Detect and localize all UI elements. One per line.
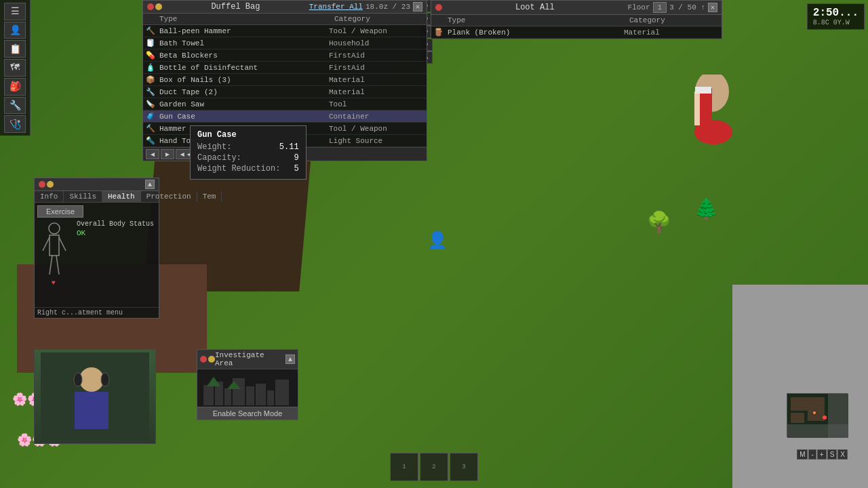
svg-rect-32 — [791, 413, 804, 423]
health-close-x[interactable]: ▲ — [145, 180, 155, 189]
duffel-item-row[interactable]: 🧻 Bath Towel Household — [143, 37, 427, 49]
duffel-item-row[interactable]: 🪚 Garden Saw Tool — [143, 98, 427, 110]
svg-rect-31 — [791, 397, 808, 411]
minimap-x-btn[interactable]: X — [837, 449, 848, 460]
health-panel-header: ▲ — [35, 178, 159, 191]
loot-item-list: 🪵 Plank (Broken) Material — [431, 26, 722, 39]
duffel-item-row[interactable]: 📦 Box of Nails (3) Material — [143, 74, 427, 86]
scroll-prev[interactable]: ◄ — [146, 149, 159, 159]
enable-search-button[interactable]: Enable Search Mode — [197, 407, 298, 420]
sidebar-icon-4[interactable]: 🗺 — [4, 59, 26, 77]
loot-item-icon: 🪵 — [434, 28, 448, 37]
loot-all-panel: Loot All Floor 1 3 / 50 ↑ ✕ Type Categor… — [431, 0, 722, 39]
health-tab-skills[interactable]: Skills — [64, 191, 102, 202]
svg-point-2 — [694, 120, 732, 144]
loot-close-x[interactable]: ✕ — [708, 3, 717, 12]
duffel-item-row[interactable]: 🔧 Duct Tape (2) Material — [143, 86, 427, 98]
sidebar-icon-6[interactable]: 🔧 — [4, 97, 26, 115]
duffel-item-row[interactable]: 🧴 Bottle of Disinfectant FirstAid — [143, 62, 427, 74]
item-type: Tool / Weapon — [329, 27, 424, 35]
body-svg: ♥ — [37, 220, 71, 302]
svg-point-34 — [823, 415, 827, 420]
item-name: Bottle of Disinfectant — [159, 64, 329, 72]
hotbar-slot-1[interactable]: 1 — [390, 453, 418, 481]
sidebar-icon-1[interactable]: ☰ — [4, 3, 26, 20]
item-name: Beta Blockers — [159, 52, 329, 60]
item-name: Garden Saw — [159, 100, 329, 108]
investigate-header: Investigate Area ▲ — [197, 350, 298, 369]
item-type: Tool — [329, 100, 424, 108]
item-icon: 🧻 — [146, 39, 159, 47]
svg-line-10 — [56, 256, 59, 274]
health-tabs: InfoSkillsHealthProtectionTem — [35, 191, 159, 203]
tooltip-weight-reduction-row: Weight Reduction: 5 — [197, 164, 299, 174]
duffel-item-row[interactable]: 🔨 Ball-peen Hammer Tool / Weapon — [143, 25, 427, 37]
close-button-investigate[interactable] — [200, 356, 207, 363]
tooltip-weight-reduction-value: 5 — [294, 164, 298, 174]
loot-controls: Floor 1 3 / 50 ↑ ✕ — [628, 2, 717, 13]
investigate-panel: Investigate Area ▲ Enable Search Mode — [197, 349, 298, 420]
minimap-plus-btn[interactable]: + — [817, 449, 827, 460]
overall-status-label: Overall Body Status — [77, 220, 154, 228]
svg-rect-18 — [203, 385, 214, 405]
stocking-decoration — [678, 75, 732, 142]
transfer-all-btn[interactable]: Transfer All — [309, 3, 363, 11]
item-type: Container — [329, 113, 424, 121]
close-button-health[interactable] — [39, 181, 45, 188]
sidebar-icon-7[interactable]: 🩺 — [4, 115, 26, 133]
close-button-duffel[interactable] — [147, 3, 154, 10]
duffel-close-x[interactable]: ✕ — [413, 2, 422, 12]
minimap-minus-btn[interactable]: - — [808, 449, 816, 460]
svg-rect-23 — [256, 384, 266, 405]
minimap-m-btn[interactable]: M — [797, 449, 808, 460]
sidebar-icon-5[interactable]: 🎒 — [4, 78, 26, 96]
health-body: Exercise ♥ Overal — [35, 203, 159, 307]
clock-panel: 2:50... 8.8C 0Y.W — [807, 3, 865, 30]
item-icon: 💊 — [146, 51, 159, 60]
item-icon: 🧴 — [146, 63, 159, 72]
loot-col-category: Category — [624, 16, 719, 24]
svg-rect-30 — [787, 424, 848, 438]
scroll-next[interactable]: ► — [161, 149, 174, 159]
item-icon: 🔦 — [146, 136, 159, 145]
right-click-hint: Right c...atment menu — [35, 307, 159, 318]
weight-display: 18.0z / 23 — [366, 3, 410, 11]
min-button-duffel[interactable] — [155, 3, 162, 10]
health-tab-protection[interactable]: Protection — [141, 191, 197, 202]
loot-item-name: Plank (Broken) — [448, 28, 624, 37]
health-tab-health[interactable]: Health — [102, 191, 141, 202]
body-status-area: ♥ Overall Body Status OK — [37, 220, 156, 304]
exercise-button[interactable]: Exercise — [37, 205, 83, 218]
minimap-controls: M - + S X — [797, 449, 848, 460]
min-button-investigate[interactable] — [208, 356, 215, 363]
item-icon: 🔨 — [146, 26, 159, 35]
floor-count: 3 / 50 ↑ — [669, 3, 705, 12]
close-button-loot[interactable] — [435, 4, 442, 11]
health-panel: ▲ InfoSkillsHealthProtectionTem Exercise — [34, 178, 159, 319]
loot-item-row[interactable]: 🪵 Plank (Broken) Material — [431, 26, 722, 39]
sidebar-icon-3[interactable]: 📋 — [4, 40, 26, 58]
sidebar-icon-2[interactable]: 👤 — [4, 22, 26, 39]
status-value: OK — [77, 229, 154, 237]
minimap-s-btn[interactable]: S — [827, 449, 837, 460]
item-name: Duct Tape (2) — [159, 88, 329, 96]
item-type: FirstAid — [329, 64, 424, 72]
duffel-item-row[interactable]: 💊 Beta Blockers FirstAid — [143, 49, 427, 62]
item-tooltip: Gun Case Weight: 5.11 Capacity: 9 Weight… — [190, 125, 307, 180]
hotbar-slot-3[interactable]: 3 — [450, 453, 478, 481]
minimap[interactable] — [787, 393, 848, 437]
svg-line-9 — [50, 256, 52, 274]
item-type: Light Source — [329, 137, 424, 145]
loot-all-header: Loot All Floor 1 3 / 50 ↑ ✕ — [431, 1, 722, 15]
player-character: 👤 — [427, 230, 448, 250]
duffel-item-row[interactable]: 🧳 Gun Case Container — [143, 110, 427, 123]
health-tab-tem[interactable]: Tem — [197, 191, 222, 202]
item-icon: 🔧 — [146, 87, 159, 96]
webcam-person — [35, 350, 155, 443]
investigate-svg — [200, 371, 295, 405]
investigate-close-x[interactable]: ▲ — [285, 354, 295, 364]
hotbar-slot-2[interactable]: 2 — [420, 453, 448, 481]
health-tab-info[interactable]: Info — [35, 191, 64, 202]
loot-all-title: Loot All — [515, 3, 555, 12]
min-button-health[interactable] — [47, 181, 54, 188]
